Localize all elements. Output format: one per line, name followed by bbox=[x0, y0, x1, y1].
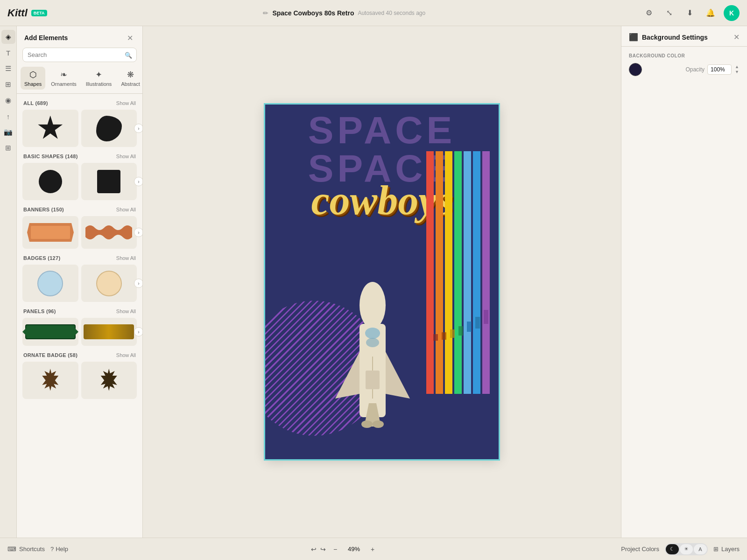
opacity-increase-button[interactable]: ▲ bbox=[734, 64, 740, 70]
section-banners-title: BANNERS (150) bbox=[23, 207, 64, 212]
layers-icon: ⊞ bbox=[713, 546, 719, 553]
layers-button[interactable]: ⊞ Layers bbox=[713, 546, 740, 553]
svg-point-21 bbox=[373, 420, 384, 428]
opacity-input[interactable] bbox=[707, 64, 732, 75]
show-all-banners-button[interactable]: Show All bbox=[116, 207, 136, 212]
dark-mode-toggle[interactable]: ☾ bbox=[666, 544, 679, 554]
tab-row: ⬡ Shapes ❧ Ornaments ✦ Illustrations ❋ A… bbox=[17, 67, 142, 94]
shortcuts-button[interactable]: ⌨ Shortcuts bbox=[7, 546, 45, 553]
list-item[interactable] bbox=[22, 362, 78, 399]
zoom-in-button[interactable]: + bbox=[367, 544, 378, 555]
ornate-grid bbox=[17, 360, 142, 401]
section-panels-title: PANELS (96) bbox=[23, 308, 56, 314]
help-icon: ? bbox=[50, 546, 54, 553]
show-all-ornate-button[interactable]: Show All bbox=[116, 352, 136, 358]
color-swatch[interactable] bbox=[629, 63, 642, 76]
svg-rect-13 bbox=[450, 329, 455, 338]
share-button[interactable]: ⤡ bbox=[662, 6, 677, 21]
section-ornate: ORNATE BADGE (58) Show All bbox=[17, 350, 142, 401]
badge-cream bbox=[96, 271, 122, 296]
tab-shapes[interactable]: ⬡ Shapes bbox=[21, 67, 45, 90]
bg-color-row: Opacity ▲ ▼ bbox=[629, 63, 740, 76]
tab-illustrations-label: Illustrations bbox=[86, 81, 112, 87]
svg-rect-15 bbox=[433, 334, 438, 341]
tab-ornaments[interactable]: ❧ Ornaments bbox=[47, 67, 80, 90]
prev-page-button[interactable]: ↩ bbox=[311, 546, 317, 553]
show-all-all-button[interactable]: Show All bbox=[116, 100, 136, 106]
shapes-icon: ⬡ bbox=[29, 70, 37, 80]
rainbow-stripes-svg bbox=[415, 151, 499, 394]
star-shape bbox=[37, 116, 63, 141]
zoom-out-button[interactable]: − bbox=[330, 544, 341, 555]
show-all-badges-button[interactable]: Show All bbox=[116, 255, 136, 261]
list-item[interactable] bbox=[22, 110, 78, 147]
list-item[interactable] bbox=[22, 163, 78, 200]
list-item[interactable] bbox=[81, 110, 137, 147]
light-mode-toggle[interactable]: ☀ bbox=[680, 544, 693, 554]
bg-settings-close-button[interactable]: ✕ bbox=[733, 33, 740, 42]
project-colors-button[interactable]: Project Colors bbox=[621, 546, 659, 553]
settings-button[interactable]: ⚙ bbox=[641, 6, 656, 21]
svg-point-20 bbox=[361, 420, 373, 428]
rect-shape bbox=[97, 170, 120, 193]
next-arrow-all[interactable]: › bbox=[134, 124, 142, 133]
icon-sidebar: ◈ T ☰ ⊞ ◉ ↑ 📷 ⊞ bbox=[0, 26, 17, 538]
next-arrow-badges[interactable]: › bbox=[134, 279, 142, 288]
logo: Kittl bbox=[7, 7, 28, 19]
sidebar-templates-btn[interactable]: ⊞ bbox=[1, 77, 15, 91]
panel-scroll: ALL (689) Show All › BASIC SHAPES (148) bbox=[17, 94, 142, 538]
bottom-right: Project Colors ☾ ☀ A ⊞ Layers bbox=[621, 543, 740, 555]
list-item[interactable] bbox=[22, 318, 78, 346]
background-settings-icon: ⬛ bbox=[629, 33, 638, 42]
right-panel: ⬛ Background Settings ✕ BACKGROUND COLOR… bbox=[621, 26, 747, 538]
bottom-center: ↩ ↪ − 49% + bbox=[311, 544, 378, 555]
elements-panel: Add Elements ✕ 🔍 ⬡ Shapes ❧ Ornaments ✦ … bbox=[17, 26, 143, 538]
list-item[interactable] bbox=[81, 362, 137, 399]
bg-color-label: BACKGROUND COLOR bbox=[629, 53, 740, 58]
svg-rect-5 bbox=[454, 151, 462, 394]
download-button[interactable]: ⬇ bbox=[683, 6, 698, 21]
panel-close-button[interactable]: ✕ bbox=[125, 33, 135, 43]
list-item[interactable] bbox=[22, 265, 78, 302]
help-button[interactable]: ? Help bbox=[50, 546, 68, 553]
sidebar-photo-btn[interactable]: 📷 bbox=[1, 125, 15, 139]
list-item[interactable] bbox=[81, 163, 137, 200]
bg-settings-title: Background Settings bbox=[642, 34, 708, 41]
show-all-panels-button[interactable]: Show All bbox=[116, 308, 136, 314]
list-item[interactable] bbox=[81, 216, 137, 249]
next-arrow-banners[interactable]: › bbox=[134, 228, 142, 237]
svg-point-19 bbox=[366, 338, 379, 347]
sidebar-colors-btn[interactable]: ◉ bbox=[1, 93, 15, 107]
sidebar-text-btn[interactable]: T bbox=[1, 46, 15, 60]
header: Kittl BETA ✏ Space Cowboys 80s Retro Aut… bbox=[0, 0, 747, 26]
next-arrow-panels[interactable]: › bbox=[134, 327, 142, 336]
next-page-button[interactable]: ↪ bbox=[320, 546, 326, 553]
doc-title[interactable]: Space Cowboys 80s Retro bbox=[272, 9, 354, 17]
list-item[interactable] bbox=[81, 265, 137, 302]
tab-illustrations[interactable]: ✦ Illustrations bbox=[82, 67, 116, 90]
edit-icon: ✏ bbox=[263, 9, 268, 17]
search-input[interactable] bbox=[22, 48, 137, 62]
avatar[interactable]: K bbox=[724, 5, 740, 21]
sidebar-layers-btn[interactable]: ☰ bbox=[1, 62, 15, 76]
svg-rect-6 bbox=[445, 151, 452, 394]
show-all-basic-button[interactable]: Show All bbox=[116, 154, 136, 159]
notifications-button[interactable]: 🔔 bbox=[703, 6, 718, 21]
sidebar-elements-btn[interactable]: ◈ bbox=[1, 30, 15, 44]
sidebar-grid-btn[interactable]: ⊞ bbox=[1, 141, 15, 155]
panel-header: Add Elements ✕ bbox=[17, 26, 142, 48]
canvas-wrapper[interactable]: SPACE SPACE cowboys bbox=[265, 105, 499, 459]
tab-abstract[interactable]: ❋ Abstract bbox=[117, 67, 143, 90]
design-text-space1: SPACE bbox=[308, 108, 456, 152]
list-item[interactable] bbox=[81, 318, 137, 346]
sidebar-upload-btn[interactable]: ↑ bbox=[1, 109, 15, 123]
shuttle-svg bbox=[326, 277, 419, 445]
list-item[interactable] bbox=[22, 216, 78, 249]
panel-title: Add Elements bbox=[24, 34, 68, 42]
next-arrow-basic[interactable]: › bbox=[134, 177, 142, 186]
section-badges-header: BADGES (127) Show All bbox=[17, 252, 142, 263]
opacity-decrease-button[interactable]: ▼ bbox=[734, 70, 740, 75]
auto-mode-toggle[interactable]: A bbox=[694, 544, 707, 554]
section-all: ALL (689) Show All › bbox=[17, 98, 142, 149]
section-ornate-header: ORNATE BADGE (58) Show All bbox=[17, 350, 142, 360]
